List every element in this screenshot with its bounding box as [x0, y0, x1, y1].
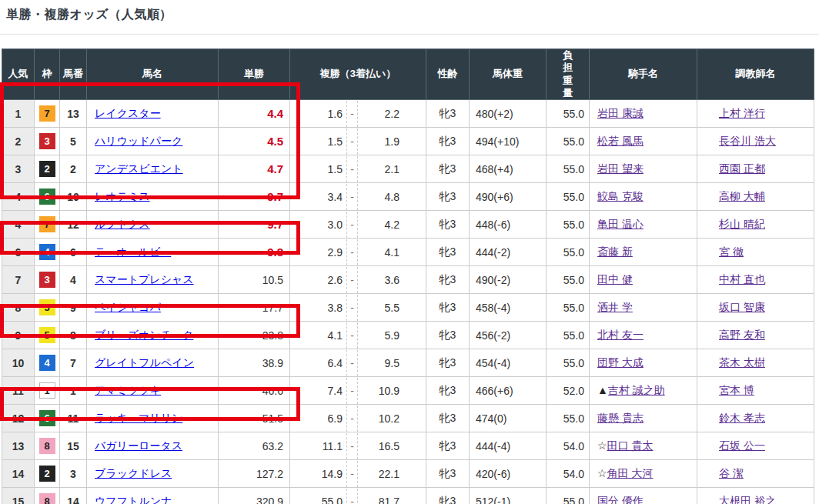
trainer-link[interactable]: 坂口 智康: [719, 301, 765, 313]
trainer-cell: 大根田 裕之: [697, 488, 814, 504]
table-row: 7 3 4 スマートプレシャス 10.5 2.6 - 3.6 牝3 490(-2…: [2, 266, 814, 294]
frame-badge: 6: [39, 410, 55, 426]
trainer-link[interactable]: 石坂 公一: [719, 439, 765, 452]
jockey-link[interactable]: 田中 健: [597, 273, 633, 285]
horse-name-link[interactable]: ブリーズオンチーク: [95, 329, 193, 341]
jockey-cell: 酒井 学: [590, 294, 697, 322]
trainer-link[interactable]: 宮 徹: [719, 245, 744, 258]
popularity-rank: 8: [2, 294, 35, 322]
carried-weight: 55.0: [547, 239, 590, 266]
place-odds-max: 4.1: [358, 239, 426, 265]
trainer-link[interactable]: 宮本 博: [719, 384, 754, 396]
place-odds-min: 11.1: [290, 433, 347, 459]
place-odds-min: 55.0: [290, 489, 347, 504]
jockey-cell: 田中 健: [590, 266, 697, 294]
trainer-link[interactable]: 西園 正都: [719, 162, 765, 175]
jockey-link[interactable]: 吉村 誠之助: [608, 384, 665, 396]
jockey-link[interactable]: 岩田 望来: [597, 162, 644, 175]
jockey-link[interactable]: 岩田 康誠: [597, 107, 644, 119]
frame-cell: 7: [35, 100, 60, 128]
table-row: 12 6 11 ラッキーマリリン 51.5 6.9 - 10.2 牝3 474(…: [2, 405, 814, 432]
horse-weight: 490(-2): [470, 266, 547, 294]
frame-cell: 5: [35, 294, 60, 322]
horse-weight: 466(+6): [470, 377, 547, 405]
horse-name-link[interactable]: ルフトクス: [95, 218, 150, 230]
sex-age: 牝3: [426, 211, 470, 239]
jockey-cell: ☆田口 貴太: [590, 432, 697, 460]
horse-name-link[interactable]: レオテミス: [95, 190, 150, 202]
horse-name-link[interactable]: レイクスター: [95, 107, 161, 119]
jockey-link[interactable]: 酒井 学: [597, 301, 633, 313]
carried-weight: 54.0: [547, 460, 590, 488]
win-odds-cell: 46.6: [219, 377, 290, 405]
trainer-link[interactable]: 杉山 晴紀: [719, 218, 765, 230]
trainer-cell: 茶木 太樹: [697, 349, 814, 377]
horse-name-link[interactable]: ペイシャコパ: [95, 301, 161, 313]
table-row: 8 5 9 ペイシャコパ 17.7 3.8 - 5.5 牝3 458(-4) 5…: [2, 294, 814, 322]
table-row: 10 4 7 グレイトフルペイン 38.9 6.4 - 9.5 牝3 454(-…: [2, 349, 814, 377]
win-odds: 23.8: [262, 329, 283, 342]
odds-table: 人気 枠 馬番 馬名 単勝 複勝（3着払い） 性齢 馬体重 負担重量 騎手名 調…: [2, 48, 814, 504]
jockey-link[interactable]: 北村 友一: [597, 329, 644, 341]
trainer-link[interactable]: 長谷川 浩大: [719, 135, 776, 147]
jockey-link[interactable]: 鮫島 克駿: [597, 190, 644, 202]
jockey-link[interactable]: 斎藤 新: [597, 245, 633, 258]
horse-name-link[interactable]: アマミツツキ: [95, 384, 161, 396]
horse-number: 14: [60, 488, 87, 504]
trainer-link[interactable]: 大根田 裕之: [719, 495, 776, 504]
frame-badge: 4: [39, 355, 55, 371]
trainer-link[interactable]: 谷 潔: [719, 467, 744, 479]
place-odds-separator: -: [347, 267, 358, 293]
trainer-cell: 西園 正都: [697, 155, 814, 183]
trainer-link[interactable]: 茶木 太樹: [719, 356, 765, 369]
place-odds-cell: 6.4 - 9.5: [290, 349, 426, 377]
place-odds-min: 6.4: [290, 350, 347, 376]
col-header-horse-number: 馬番: [60, 49, 87, 100]
horse-name-link[interactable]: アンデスビエント: [95, 162, 183, 175]
jockey-link[interactable]: 松若 風馬: [597, 135, 644, 147]
horse-name-cell: レオテミス: [87, 183, 219, 211]
jockey-link[interactable]: 角田 大河: [607, 467, 654, 479]
win-odds-cell: 320.9: [219, 488, 290, 504]
col-header-popularity: 人気: [2, 49, 35, 100]
trainer-cell: 鈴木 孝志: [697, 405, 814, 432]
carried-weight: 55.0: [547, 155, 590, 183]
jockey-link[interactable]: 団野 大成: [597, 356, 644, 369]
horse-name-link[interactable]: テーオールビー: [95, 245, 171, 258]
horse-name-link[interactable]: ブラックドレス: [95, 467, 172, 479]
jockey-link[interactable]: 藤懸 貴志: [597, 412, 644, 424]
horse-weight: 448(-6): [470, 211, 547, 239]
place-odds-separator: -: [347, 406, 358, 432]
horse-name-link[interactable]: バガリーロータス: [95, 439, 182, 452]
trainer-link[interactable]: 鈴木 孝志: [719, 412, 765, 424]
horse-name-link[interactable]: ウフフトルンナ: [95, 495, 172, 504]
horse-name-link[interactable]: スマートプレシャス: [95, 273, 194, 285]
frame-cell: 2: [35, 155, 60, 183]
col-header-place-odds: 複勝（3着払い）: [290, 49, 426, 100]
horse-weight: 468(+4): [470, 155, 547, 183]
sex-age: 牝3: [426, 432, 470, 460]
horse-number: 1: [60, 377, 87, 405]
table-row: 9 5 8 ブリーズオンチーク 23.8 4.1 - 5.9 牝3 456(-2…: [2, 322, 814, 349]
win-odds: 10.5: [262, 274, 283, 286]
carried-weight: 55.0: [547, 100, 590, 128]
jockey-cell: 国分 優作: [590, 488, 697, 504]
jockey-link[interactable]: 亀田 温心: [597, 218, 644, 230]
place-odds-max: 2.1: [358, 156, 426, 182]
carried-weight: 55.0: [547, 294, 590, 322]
place-odds-max: 81.7: [358, 489, 426, 504]
trainer-link[interactable]: 高野 友和: [719, 329, 765, 341]
horse-name-link[interactable]: グレイトフルペイン: [95, 356, 194, 369]
trainer-link[interactable]: 中村 直也: [719, 273, 765, 285]
horse-name-link[interactable]: ラッキーマリリン: [95, 412, 182, 424]
jockey-cell: 北村 友一: [590, 322, 697, 349]
jockey-link[interactable]: 国分 優作: [597, 495, 644, 504]
horse-name-link[interactable]: ハリウッドパーク: [95, 135, 182, 147]
jockey-cell: 藤懸 貴志: [590, 405, 697, 432]
jockey-link[interactable]: 田口 貴太: [607, 439, 654, 452]
place-odds-separator: -: [347, 461, 358, 487]
trainer-link[interactable]: 上村 洋行: [719, 107, 765, 119]
trainer-link[interactable]: 高柳 大輔: [719, 190, 765, 202]
jockey-cell: ▲吉村 誠之助: [590, 377, 697, 405]
jockey-cell: 亀田 温心: [590, 211, 697, 239]
